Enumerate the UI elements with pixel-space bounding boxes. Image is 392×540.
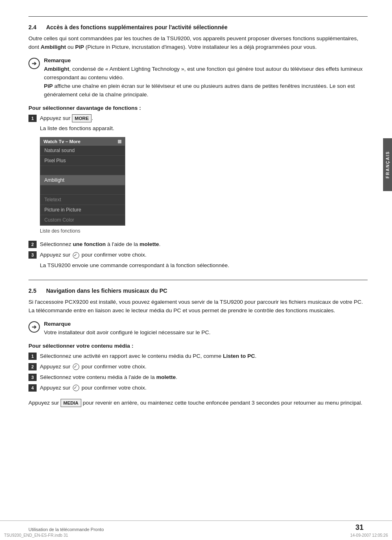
section-2-4-header: 2.4Accès à des fonctions supplémentaires…: [28, 24, 368, 30]
top-border: [28, 16, 368, 17]
step-2-5-4-text: Appuyez sur pour confirmer votre choix.: [40, 384, 146, 392]
menu-item-teletext: Teletext: [40, 195, 125, 205]
step-2-text: Sélectionnez une fonction à l'aide de la…: [40, 240, 161, 249]
section-2-4-body: Outre celles qui sont commandées par les…: [28, 35, 368, 52]
footer-text: Utilisation de la télécommande Pronto: [28, 525, 104, 532]
menu-header: Watch Tv – More ▦: [40, 137, 125, 146]
side-tab-label: FRANÇAIS: [385, 151, 390, 179]
more-key: MORE: [72, 114, 92, 122]
pip-label: PiP: [75, 44, 84, 50]
remarque-2-5-text: Votre installateur doit avoir configuré …: [44, 329, 368, 337]
step-2-5-num-1: 1: [28, 353, 37, 360]
menu-item-ambilight: Ambilight: [40, 175, 125, 185]
check-icon-2: [73, 364, 79, 370]
step-2-5-1: 1 Sélectionnez une activité en rapport a…: [28, 352, 368, 361]
remarque-title: Remarque: [44, 57, 368, 63]
step-2-bold: une fonction: [73, 241, 106, 247]
step-2-5-1-text: Sélectionnez une activité en rapport ave…: [40, 352, 257, 361]
step-2-4-1: 1 Appuyez sur MORE.: [28, 114, 368, 123]
remarque-pip-text: PiP affiche une chaîne en plein écran su…: [44, 82, 368, 99]
step-2-4-2: 2 Sélectionnez une fonction à l'aide de …: [28, 240, 368, 249]
step-1-sub: La liste des fonctions apparaît.: [40, 124, 368, 133]
menu-spacer-2: [40, 185, 125, 195]
page-number: 31: [355, 521, 364, 532]
subsection-2-4-title: Pour sélectionner davantage de fonctions…: [28, 105, 368, 111]
section-2-5-number: 2.5: [28, 287, 36, 294]
subsection-2-5-title: Pour sélectionner votre contenu média :: [28, 343, 368, 349]
step-3-text: Appuyez sur pour confirmer votre choix.: [40, 251, 146, 259]
step-2-5-2-text: Appuyez sur pour confirmer votre choix.: [40, 363, 146, 371]
listen-to-pc-label: Listen to PC: [223, 353, 255, 359]
page-wrapper: FRANÇAIS 2.4Accès à des fonctions supplé…: [0, 0, 392, 540]
remarque-2-5-title: Remarque: [44, 321, 368, 327]
menu-caption: Liste des fonctions: [40, 228, 368, 234]
molette-label-2: molette: [156, 374, 176, 380]
step-1-text: Appuyez sur MORE.: [40, 114, 93, 123]
step-2-5-4: 4 Appuyez sur pour confirmer votre choix…: [28, 384, 368, 392]
side-tab: FRANÇAIS: [383, 138, 392, 191]
section-2-5-body: Si l'accessoire PCX9200 est installé, vo…: [28, 298, 368, 315]
section-2-4-number: 2.4: [28, 24, 36, 30]
separator: [28, 280, 368, 280]
menu-spacer-1: [40, 166, 125, 175]
section-2-4-title: Accès à des fonctions supplémentaires po…: [46, 24, 227, 30]
remarque-icon: ➔: [28, 58, 40, 69]
step-num-3: 3: [28, 251, 37, 259]
ambilight-label: Ambilight: [41, 44, 66, 50]
remarque-2-5: ➔ Remarque Votre installateur doit avoir…: [28, 321, 368, 337]
media-key: MEDIA: [61, 399, 81, 407]
step-2-5-2: 2 Appuyez sur pour confirmer votre choix…: [28, 363, 368, 371]
step-num-2: 2: [28, 241, 37, 248]
step-2-5-num-3: 3: [28, 374, 37, 381]
bottom-meta: TSU9200_END_EN-ES-FR.indb 31 14-09-2007 …: [0, 533, 392, 538]
menu-item-pixel-plus: Pixel Plus: [40, 156, 125, 166]
pip-bold: PiP: [44, 83, 53, 89]
closing-paragraph: Appuyez sur MEDIA pour revenir en arrièr…: [28, 399, 368, 407]
step-num-1: 1: [28, 115, 37, 122]
step-2-5-num-2: 2: [28, 363, 37, 370]
step-2-4-3: 3 Appuyez sur pour confirmer votre choix…: [28, 251, 368, 259]
ambilight-bold: Ambilight: [44, 66, 69, 72]
menu-item-pip: Picture in Picture: [40, 205, 125, 215]
remarque-ambilight-text: Ambilight, condensé de « Ambient Lightin…: [44, 65, 368, 82]
step-2-5-3-text: Sélectionnez votre contenu média à l'aid…: [40, 373, 177, 382]
step-2-5-num-4: 4: [28, 384, 37, 392]
check-icon-3: [73, 385, 79, 391]
section-2-5-title: Navigation dans les fichiers musicaux du…: [46, 287, 167, 294]
meta-right: 14-09-2007 12:05:26: [350, 533, 388, 538]
remarque-content: Remarque Ambilight, condensé de « Ambien…: [44, 57, 368, 99]
section-2-5-header: 2.5Navigation dans les fichiers musicaux…: [28, 287, 368, 294]
step-2-molette: molette: [139, 241, 159, 247]
remarque-2-5-content: Remarque Votre installateur doit avoir c…: [44, 321, 368, 337]
menu-item-natural-sound: Natural sound: [40, 146, 125, 156]
menu-item-custom-color: Custom Color: [40, 215, 125, 225]
page-footer: Utilisation de la télécommande Pronto 31: [0, 520, 392, 532]
remarque-2-4: ➔ Remarque Ambilight, condensé de « Ambi…: [28, 57, 368, 99]
step-3-sub: La TSU9200 envoie une commande correspon…: [40, 261, 368, 270]
check-icon: [73, 252, 79, 259]
menu-title: Watch Tv – More: [44, 139, 81, 144]
menu-mockup: Watch Tv – More ▦ Natural sound Pixel Pl…: [40, 137, 125, 226]
step-2-5-3: 3 Sélectionnez votre contenu média à l'a…: [28, 373, 368, 382]
remarque-2-5-icon: ➔: [28, 321, 40, 333]
menu-icon: ▦: [118, 139, 122, 144]
meta-left: TSU9200_END_EN-ES-FR.indb 31: [4, 533, 68, 538]
